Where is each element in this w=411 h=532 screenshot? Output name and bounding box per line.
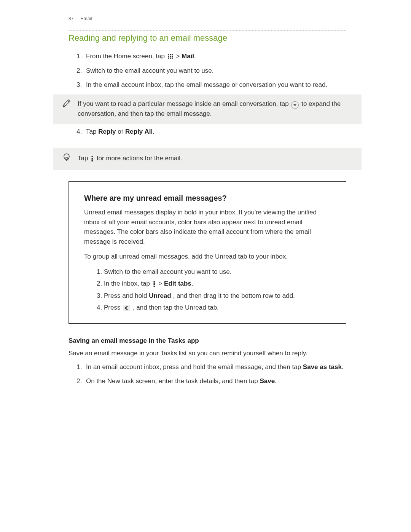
step-item: Switch to the email account you want to … [104, 267, 331, 277]
svg-marker-9 [293, 104, 296, 106]
step-text: Tap [86, 128, 98, 135]
step-text: or [118, 128, 125, 135]
step-item: Switch to the email account you want to … [84, 66, 346, 76]
steps-list-tasks: In an email account inbox, press and hol… [68, 362, 346, 386]
back-icon [123, 305, 130, 311]
section-title: Reading and replying to an email message [68, 32, 346, 44]
step-text: On the New task screen, enter the task d… [86, 377, 260, 385]
tip-text: for more actions for the email. [97, 155, 182, 162]
step-item: In the inbox, tap > Edit tabs. [104, 279, 331, 289]
step-action: Unread [149, 292, 171, 299]
step-item: Press , and then tap the Unread tab. [104, 303, 331, 313]
step-text: In the inbox, tap [104, 280, 152, 287]
step-text: . [194, 53, 196, 60]
svg-rect-7 [170, 58, 171, 59]
overflow-menu-icon [91, 155, 94, 161]
step-text: > [158, 280, 164, 287]
step-text: . [275, 377, 277, 385]
infobox-steps: Switch to the email account you want to … [84, 267, 331, 313]
overflow-menu-icon [153, 281, 156, 287]
step-text: From the Home screen, tap [86, 53, 167, 60]
subsection-intro: Save an email message in your Tasks list… [68, 348, 346, 358]
infobox-heading: Where are my unread email messages? [84, 192, 331, 204]
svg-rect-17 [153, 286, 155, 287]
step-item: Tap Reply or Reply All. [84, 127, 346, 137]
step-text: > [176, 53, 182, 60]
page-number: 87 [68, 16, 74, 21]
tip-text: Tap [78, 155, 90, 162]
svg-rect-8 [172, 58, 173, 59]
svg-rect-2 [172, 54, 173, 55]
step-action: Save [260, 377, 275, 385]
svg-rect-12 [92, 156, 93, 157]
pencil-note-icon [62, 99, 72, 119]
step-item: In the email account inbox, tap the emai… [84, 80, 346, 90]
step-item: Press and hold Unread , and then drag it… [104, 291, 331, 301]
step-text: . [153, 128, 155, 135]
header-section: Email [80, 16, 92, 21]
all-apps-icon [167, 53, 174, 59]
step-action: Reply All [125, 128, 153, 135]
step-text: , and then tap the Unread tab. [133, 304, 219, 311]
step-app-name: Mail [182, 53, 194, 60]
step-action: Edit tabs [164, 280, 191, 287]
note-body: If you want to read a particular message… [78, 99, 346, 119]
lightbulb-tip-icon [62, 153, 72, 165]
step-action: Save as task [303, 363, 342, 371]
svg-rect-13 [92, 158, 93, 160]
step-text: In an email account inbox, press and hol… [86, 363, 303, 371]
tip-body: Tap for more actions for the email. [78, 153, 346, 165]
section-title-bar: Reading and replying to an email message [68, 30, 346, 46]
steps-list-continue: Tap Reply or Reply All. [68, 127, 346, 137]
svg-rect-16 [153, 283, 155, 285]
step-text: . [191, 280, 193, 287]
infobox-paragraph: To group all unread email messages, add … [84, 252, 331, 262]
svg-rect-5 [172, 56, 173, 57]
svg-rect-14 [92, 160, 93, 161]
svg-rect-15 [153, 281, 155, 283]
svg-rect-3 [168, 56, 169, 57]
step-text: Press and hold [104, 292, 149, 299]
step-text: Switch to the email account you want to … [86, 67, 213, 74]
step-text: Switch to the email account you want to … [104, 268, 231, 275]
tip-callout: Tap for more actions for the email. [53, 148, 362, 170]
steps-list-primary: From the Home screen, tap > Mail. Switch… [68, 51, 346, 90]
subsection-heading: Saving an email message in the Tasks app [68, 336, 346, 346]
step-action: Reply [98, 128, 116, 135]
infobox-unread: Where are my unread email messages? Unre… [68, 181, 346, 324]
step-item: From the Home screen, tap > Mail. [84, 51, 346, 61]
svg-rect-0 [168, 54, 169, 55]
note-callout: If you want to read a particular message… [53, 94, 362, 124]
step-text: . [342, 363, 344, 371]
step-text: , and then drag it to the bottom row to … [173, 292, 295, 299]
svg-rect-4 [170, 56, 171, 57]
svg-rect-6 [168, 58, 169, 59]
expand-conversation-icon [291, 101, 299, 109]
step-text: In the email account inbox, tap the emai… [86, 81, 327, 88]
svg-rect-1 [170, 54, 171, 55]
step-text: Press [104, 304, 122, 311]
note-text: If you want to read a particular message… [78, 100, 290, 107]
running-header: 87 Email [68, 15, 346, 22]
step-item: On the New task screen, enter the task d… [84, 376, 346, 386]
infobox-paragraph: Unread email messages display in bold in… [84, 208, 331, 246]
manual-page: 87 Email Reading and replying to an emai… [0, 0, 411, 532]
step-item: In an email account inbox, press and hol… [84, 362, 346, 372]
